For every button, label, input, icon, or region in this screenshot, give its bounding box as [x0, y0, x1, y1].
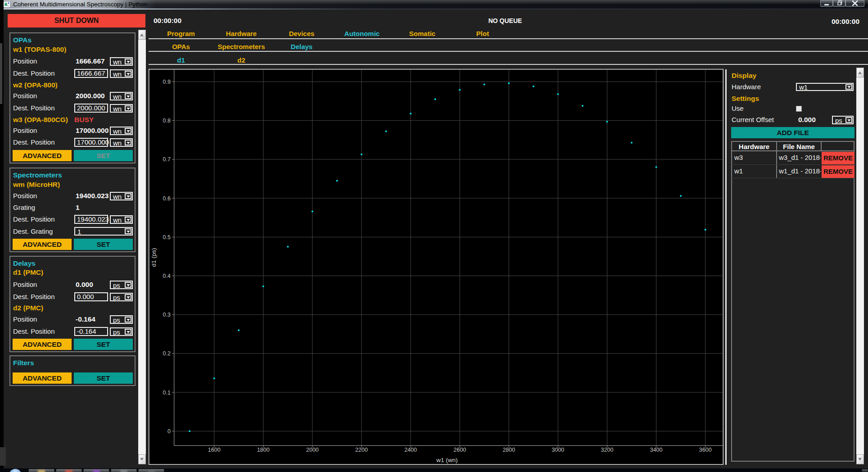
svg-text:2000: 2000 [306, 447, 319, 453]
svg-text:0.8: 0.8 [163, 118, 171, 124]
svg-text:0.1: 0.1 [163, 390, 171, 396]
svg-text:3600: 3600 [699, 447, 712, 453]
svg-text:2200: 2200 [355, 447, 368, 453]
svg-text:0: 0 [167, 428, 171, 435]
svg-text:0.4: 0.4 [163, 273, 171, 279]
svg-text:3200: 3200 [601, 447, 614, 453]
svg-text:0.3: 0.3 [163, 312, 171, 318]
svg-text:1600: 1600 [208, 447, 221, 453]
svg-text:3000: 3000 [552, 447, 564, 453]
svg-text:0.6: 0.6 [163, 195, 171, 202]
svg-text:0.7: 0.7 [163, 156, 171, 163]
svg-text:2400: 2400 [404, 447, 417, 453]
svg-text:w1 (wn): w1 (wn) [436, 457, 457, 463]
svg-text:0.9: 0.9 [163, 79, 171, 85]
svg-text:d1 (ps): d1 (ps) [150, 248, 157, 267]
svg-text:2600: 2600 [453, 447, 466, 453]
svg-text:0.5: 0.5 [163, 234, 171, 241]
svg-text:0.2: 0.2 [163, 350, 171, 357]
svg-text:3400: 3400 [650, 447, 663, 453]
svg-text:1800: 1800 [257, 447, 270, 453]
svg-text:2800: 2800 [502, 447, 515, 453]
